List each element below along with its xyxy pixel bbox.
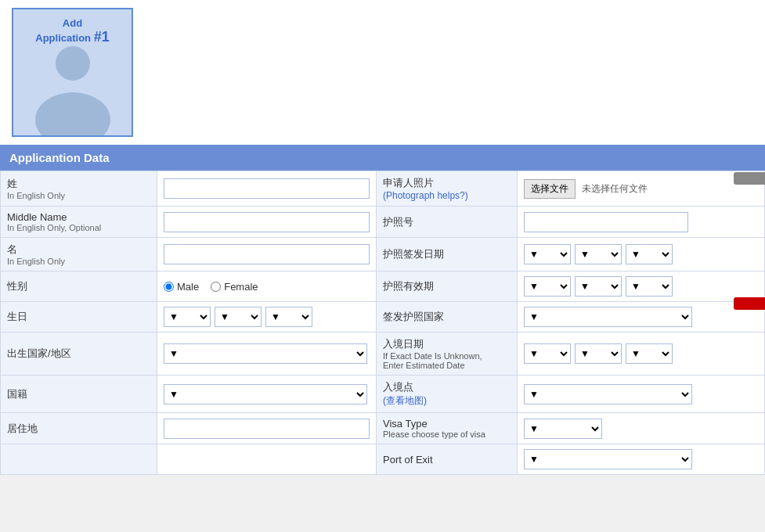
entry-point-select[interactable]: ▼ [524,384,692,404]
visa-type-select[interactable]: ▼ [524,419,602,439]
middle-name-label: Middle Name In English Only, Optional [1,207,157,238]
port-of-exit-input-cell: ▼ [518,444,765,475]
residence-input[interactable] [164,419,370,439]
entry-date-day[interactable]: ▼ [524,343,571,364]
table-row: 出生国家/地区 ▼ 入境日期 If Exact Date Is Unknown,… [1,332,765,376]
passport-issue-year[interactable]: ▼ [626,244,673,264]
entry-date-input-cell: ▼ ▼ ▼ [518,332,765,376]
passport-no-input[interactable] [524,212,688,232]
passport-issue-day[interactable]: ▼ [524,244,571,264]
entry-point-input-cell: ▼ [518,376,765,413]
photo-upload-cell: 选择文件 未选择任何文件 [518,171,765,207]
visa-type-input-cell: ▼ [518,413,765,444]
entry-point-label: 入境点 (查看地图) [377,376,518,413]
table-row: Middle Name In English Only, Optional 护照… [1,207,765,238]
middle-name-input-cell [157,207,377,238]
side-panel-1[interactable]: 携与 [734,172,765,185]
table-row: 生日 ▼ ▼ ▼ 签发护照国家 ▼ [1,302,765,332]
passport-issue-input-cell: ▼ ▼ ▼ [518,238,765,271]
passport-expiry-label: 护照有效期 [377,271,518,302]
passport-expiry-day[interactable]: ▼ [524,276,571,297]
passport-issue-month[interactable]: ▼ [575,244,622,264]
gender-input-cell: Male Female [157,271,377,302]
svg-point-1 [35,92,110,135]
file-upload-group: 选择文件 未选择任何文件 [524,179,758,199]
male-radio-label[interactable]: Male [164,281,199,293]
passport-country-label: 签发护照国家 [377,302,518,332]
choose-file-button[interactable]: 选择文件 [524,179,576,199]
passport-expiry-date-group: ▼ ▼ ▼ [524,276,758,297]
nationality-label: 国籍 [1,376,157,413]
empty-label [1,444,157,475]
first-name-input-cell [157,238,377,271]
side-panel-2[interactable]: 签名 [734,297,765,310]
passport-country-input-cell: ▼ [518,302,765,332]
passport-issue-date-group: ▼ ▼ ▼ [524,244,758,264]
visa-type-label: Visa Type Please choose type of visa [377,413,518,444]
entry-date-group: ▼ ▼ ▼ [524,343,758,364]
gender-label: 性别 [1,271,157,302]
first-name-input[interactable] [164,244,370,264]
female-radio[interactable] [211,282,221,292]
photo-label: Add Application #1 [13,17,132,45]
birthday-date-group: ▼ ▼ ▼ [164,307,370,327]
port-of-exit-select[interactable]: ▼ [524,449,692,469]
entry-date-label: 入境日期 If Exact Date Is Unknown, Enter Est… [377,332,518,376]
nationality-select[interactable]: ▼ [164,384,367,404]
passport-expiry-year[interactable]: ▼ [626,276,673,297]
table-row: 姓 In English Only 申请人照片 (Photograph help… [1,171,765,207]
last-name-input[interactable] [164,178,370,199]
section-header: Applicantion Data [0,145,765,171]
table-row: 居住地 Visa Type Please choose type of visa… [1,413,765,444]
last-name-input-cell [157,171,377,207]
residence-input-cell [157,413,377,444]
entry-date-month[interactable]: ▼ [575,343,622,364]
photo-label-cell: 申请人照片 (Photograph helps?) [377,171,518,207]
residence-label: 居住地 [1,413,157,444]
svg-point-0 [56,46,90,81]
application-form: 姓 In English Only 申请人照片 (Photograph help… [0,171,765,475]
table-row: 性别 Male Female 护照有效期 [1,271,765,302]
gender-radio-group: Male Female [164,281,370,293]
birthday-day[interactable]: ▼ [164,307,211,327]
first-name-label: 名 In English Only [1,238,157,271]
nationality-input-cell: ▼ [157,376,377,413]
birthday-label: 生日 [1,302,157,332]
entry-date-year[interactable]: ▼ [626,343,673,364]
passport-expiry-input-cell: ▼ ▼ ▼ [518,271,765,302]
top-section: Add Application #1 [0,0,765,145]
birthday-input-cell: ▼ ▼ ▼ [157,302,377,332]
passport-expiry-month[interactable]: ▼ [575,276,622,297]
no-file-label: 未选择任何文件 [582,182,648,196]
photo-upload-box[interactable]: Add Application #1 [12,8,133,137]
port-of-exit-label: Port of Exit [377,444,518,475]
passport-issue-label: 护照签发日期 [377,238,518,271]
birth-country-select[interactable]: ▼ [164,343,367,364]
passport-no-label: 护照号 [377,207,518,238]
passport-country-select[interactable]: ▼ [524,307,692,327]
empty-input-cell [157,444,377,475]
middle-name-input[interactable] [164,212,370,232]
birthday-month[interactable]: ▼ [215,307,262,327]
page-wrapper: Add Application #1 Applicantion Data 姓 I… [0,0,765,475]
table-row: 国籍 ▼ 入境点 (查看地图) ▼ [1,376,765,413]
birth-country-label: 出生国家/地区 [1,332,157,376]
last-name-label: 姓 In English Only [1,171,157,207]
passport-no-input-cell [518,207,765,238]
birth-country-input-cell: ▼ [157,332,377,376]
table-row: 名 In English Only 护照签发日期 ▼ ▼ ▼ [1,238,765,271]
table-row: Port of Exit ▼ [1,444,765,475]
female-radio-label[interactable]: Female [211,281,258,293]
birthday-year[interactable]: ▼ [265,307,312,327]
male-radio[interactable] [164,282,174,292]
